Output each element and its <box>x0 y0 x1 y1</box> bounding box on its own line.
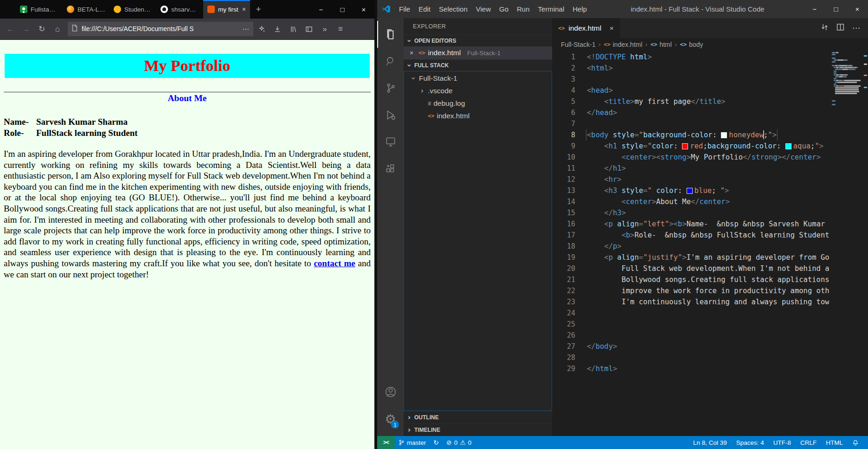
code-line-14[interactable]: 14 <center>About Me</center> <box>552 196 829 207</box>
problems-item[interactable]: ⊘ 0 ⚠ 0 <box>443 436 475 449</box>
section-header-timeline[interactable]: ›TIMELINE <box>404 423 552 436</box>
code-line-19[interactable]: 19 <p align="justify">I'm an aspiring de… <box>552 252 829 263</box>
explorer-icon[interactable] <box>377 21 404 48</box>
vscode-close-button[interactable]: × <box>847 5 868 13</box>
run-debug-icon[interactable] <box>377 102 404 128</box>
code-line-12[interactable]: 12 <hr> <box>552 174 829 185</box>
code-line-18[interactable]: 18 </p> <box>552 241 829 252</box>
code-line-21[interactable]: 21 Bollywood songs.Creating full stack a… <box>552 274 829 285</box>
folder-section-header[interactable]: › FULL STACK <box>404 59 552 71</box>
breadcrumb-html[interactable]: <>html <box>650 41 672 48</box>
open-editor-item-indexhtml[interactable]: × <> index.html Full-Stack-1 <box>404 46 552 59</box>
code-line-1[interactable]: 1<!DOCTYPE html> <box>552 51 829 63</box>
search-icon[interactable] <box>377 48 404 75</box>
minimap[interactable] <box>832 52 861 106</box>
overflow-chevrons-icon[interactable]: » <box>317 22 332 37</box>
compare-changes-icon[interactable] <box>821 23 829 33</box>
code-line-7[interactable]: 7 <box>552 118 829 129</box>
vscode-maximize-button[interactable]: □ <box>825 5 847 13</box>
remote-explorer-icon[interactable] <box>377 128 404 155</box>
extensions-icon[interactable] <box>377 155 404 182</box>
code-line-27[interactable]: 27</body> <box>552 341 829 352</box>
code-line-10[interactable]: 10 <center><strong>My Portfolio</strong>… <box>552 152 829 163</box>
status-item-1[interactable]: Spaces: 4 <box>732 436 769 449</box>
vscode-minimize-button[interactable]: − <box>804 5 825 13</box>
code-line-17[interactable]: 17 <b>Role- &nbsp &nbsp FullStack learni… <box>552 230 829 241</box>
status-item-2[interactable]: UTF-8 <box>769 436 796 449</box>
status-item-3[interactable]: CRLF <box>796 436 821 449</box>
close-editor-icon[interactable]: × <box>407 49 416 57</box>
breadcrumb-index.html[interactable]: <>index.html <box>604 41 642 48</box>
code-line-4[interactable]: 4<head> <box>552 85 829 96</box>
overview-ruler[interactable] <box>863 51 867 436</box>
close-tab-icon[interactable]: × <box>610 24 614 32</box>
sparkle-star-icon[interactable] <box>254 22 269 37</box>
code-line-24[interactable]: 24 <box>552 308 829 319</box>
code-line-23[interactable]: 23 I'm continuously learning and always … <box>552 296 829 308</box>
code-line-2[interactable]: 2<html> <box>552 63 829 74</box>
code-line-29[interactable]: 29</html> <box>552 363 829 374</box>
code-line-25[interactable]: 25 <box>552 319 829 330</box>
sidebar-toggle-icon[interactable] <box>302 22 316 37</box>
code-line-13[interactable]: 13 <h3 style=" color: blue; "> <box>552 185 829 196</box>
tab-close-icon[interactable]: × <box>242 6 246 13</box>
firefox-minimize-button[interactable]: − <box>310 0 332 19</box>
notifications-bell-icon[interactable] <box>848 436 863 449</box>
tree-item-full-stack-1[interactable]: ›Full-Stack-1 <box>404 72 552 84</box>
section-header-outline[interactable]: ›OUTLINE <box>404 411 552 423</box>
browser-tab-5[interactable]: my first…× <box>203 0 250 19</box>
hamburger-menu-icon[interactable]: ≡ <box>333 22 348 37</box>
reload-button[interactable]: ↻ <box>34 22 49 37</box>
menu-edit[interactable]: Edit <box>414 0 435 18</box>
firefox-maximize-button[interactable]: □ <box>332 0 353 19</box>
git-branch-item[interactable]: master <box>395 436 430 449</box>
menu-help[interactable]: Help <box>568 0 591 18</box>
status-item-4[interactable]: HTML <box>821 436 848 449</box>
code-line-20[interactable]: 20 Full Stack web development.When I'm n… <box>552 263 829 274</box>
menu-file[interactable]: File <box>395 0 414 18</box>
settings-gear-icon[interactable]: ⚙ 1 <box>377 405 404 432</box>
sync-icon[interactable]: ↻ <box>430 436 443 449</box>
account-icon[interactable] <box>377 378 404 405</box>
forward-button[interactable]: → <box>19 22 33 37</box>
code-line-22[interactable]: 22 improve the work force in productivit… <box>552 285 829 296</box>
tree-item-index-html[interactable]: <>index.html <box>404 109 552 122</box>
code-line-28[interactable]: 28 <box>552 352 829 363</box>
menu-view[interactable]: View <box>472 0 495 18</box>
library-icon[interactable] <box>286 22 301 37</box>
editor-tab-indexhtml[interactable]: <> index.html × <box>552 18 620 38</box>
code-line-26[interactable]: 26 <box>552 330 829 341</box>
downloads-icon[interactable] <box>270 22 285 37</box>
status-item-0[interactable]: Ln 8, Col 39 <box>688 436 732 449</box>
code-line-15[interactable]: 15 </h3> <box>552 207 829 218</box>
menu-run[interactable]: Run <box>513 0 534 18</box>
split-editor-icon[interactable] <box>836 23 844 33</box>
browser-tab-3[interactable]: Studen… <box>109 0 156 19</box>
browser-tab-2[interactable]: BETA-L… <box>63 0 109 19</box>
home-button[interactable]: ⌂ <box>50 22 65 37</box>
code-line-6[interactable]: 6</head> <box>552 107 829 118</box>
breadcrumb-body[interactable]: <>body <box>680 41 703 48</box>
url-bar[interactable]: file:///C:/Users/ACER/Documents/Full S ⋯ <box>68 22 253 36</box>
firefox-close-button[interactable]: × <box>353 0 374 19</box>
code-line-5[interactable]: 5 <title>my first page</title> <box>552 96 829 107</box>
code-line-11[interactable]: 11 </h1> <box>552 163 829 174</box>
source-control-icon[interactable] <box>377 75 404 102</box>
menu-selection[interactable]: Selection <box>435 0 472 18</box>
breadcrumb-full-stack-1[interactable]: Full-Stack-1 <box>561 41 596 48</box>
tree-item--vscode[interactable]: ›.vscode <box>404 84 552 97</box>
tree-item-debug-log[interactable]: ≡debug.log <box>404 97 552 109</box>
menu-go[interactable]: Go <box>495 0 513 18</box>
browser-tab-1[interactable]: Fullsta… <box>16 0 63 19</box>
new-tab-button[interactable]: + <box>250 0 267 19</box>
code-line-16[interactable]: 16 <p align="left"><b>Name- &nbsp &nbsp … <box>552 218 829 230</box>
open-editors-header[interactable]: › OPEN EDITORS <box>404 35 552 46</box>
browser-tab-4[interactable]: shsarv… <box>156 0 203 19</box>
back-button[interactable]: ← <box>3 22 18 37</box>
contact-me-link[interactable]: contact me <box>314 258 355 268</box>
code-line-8[interactable]: 8<body style="background-color: honeydew… <box>552 129 829 141</box>
more-actions-icon[interactable]: ⋯ <box>852 23 861 33</box>
code-line-3[interactable]: 3 <box>552 74 829 85</box>
menu-terminal[interactable]: Terminal <box>534 0 569 18</box>
code-line-9[interactable]: 9 <h1 style="color: red;background-color… <box>552 141 829 152</box>
